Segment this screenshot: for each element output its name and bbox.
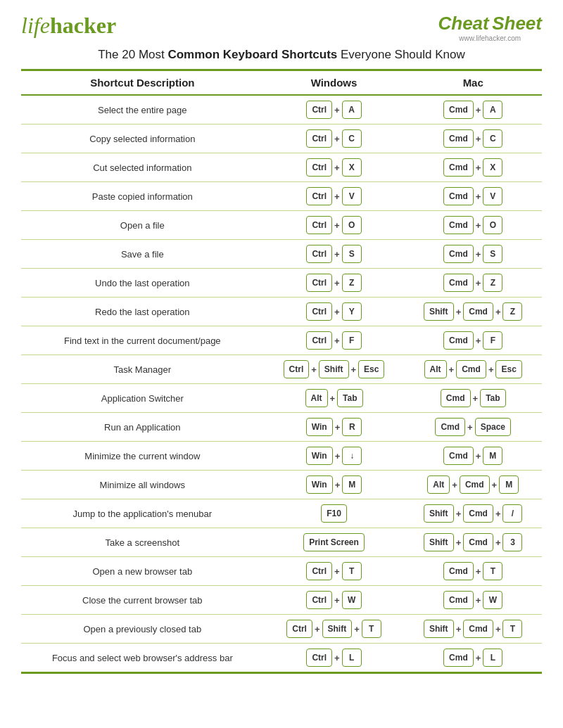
table-row: Copy selected informationCtrl+CCmd+C — [21, 124, 542, 153]
title-bold: Common Keyboard Shortcuts — [167, 48, 337, 61]
table-row: Redo the last operationCtrl+YShift+Cmd+Z — [21, 298, 542, 326]
windows-keys: Ctrl+Y — [264, 298, 405, 326]
shortcut-description: Minimize the current window — [21, 442, 264, 471]
table-row: Application SwitcherAlt+TabCmd+Tab — [21, 384, 542, 413]
mac-keys: Cmd+C — [404, 124, 542, 153]
windows-keys: Ctrl+C — [264, 124, 405, 153]
title-plain-start: The 20 Most — [98, 48, 167, 61]
mac-keys: Cmd+M — [404, 442, 542, 471]
shortcut-description: Application Switcher — [21, 384, 264, 413]
col-windows: Windows — [264, 71, 405, 95]
col-mac: Mac — [404, 71, 542, 95]
mac-keys: Cmd+V — [404, 182, 542, 211]
windows-keys: F10 — [264, 499, 405, 528]
windows-keys: Print Screen — [264, 528, 405, 557]
windows-keys: Ctrl+W — [264, 586, 405, 615]
windows-keys: Win+R — [264, 413, 405, 442]
table-row: Save a fileCtrl+SCmd+S — [21, 240, 542, 269]
sheet-label: Sheet — [492, 13, 542, 34]
logo-hacker: hacker — [50, 13, 116, 38]
mac-keys: Cmd+T — [404, 557, 542, 586]
shortcut-description: Open a new browser tab — [21, 557, 264, 586]
windows-keys: Ctrl+Z — [264, 269, 405, 298]
shortcut-description: Redo the last operation — [21, 298, 264, 326]
table-row: Focus and select web browser's address b… — [21, 644, 542, 672]
cheat-label: Cheat — [438, 13, 488, 34]
mac-keys: Shift+Cmd+3 — [404, 528, 542, 557]
mac-keys: Alt+Cmd+Esc — [404, 355, 542, 384]
windows-keys: Ctrl+O — [264, 211, 405, 240]
logo: lifehacker — [21, 13, 116, 39]
table-header: Shortcut Description Windows Mac — [21, 71, 542, 95]
shortcut-description: Save a file — [21, 240, 264, 269]
col-description: Shortcut Description — [21, 71, 264, 95]
shortcut-description: Copy selected information — [21, 124, 264, 153]
windows-keys: Alt+Tab — [264, 384, 405, 413]
bottom-border — [21, 672, 542, 674]
table-row: Minimize all windowsWin+MAlt+Cmd+M — [21, 471, 542, 499]
header: lifehacker Cheat Sheet www.lifehacker.co… — [21, 13, 542, 42]
shortcut-description: Find text in the current document/page — [21, 326, 264, 355]
shortcut-description: Task Manager — [21, 355, 264, 384]
shortcut-description: Run an Application — [21, 413, 264, 442]
table-row: Jump to the application's menubarF10Shif… — [21, 499, 542, 528]
mac-keys: Shift+Cmd+T — [404, 615, 542, 644]
windows-keys: Ctrl+X — [264, 153, 405, 182]
mac-keys: Shift+Cmd+/ — [404, 499, 542, 528]
shortcut-description: Close the current browser tab — [21, 586, 264, 615]
table-row: Task ManagerCtrl+Shift+EscAlt+Cmd+Esc — [21, 355, 542, 384]
mac-keys: Cmd+Tab — [404, 384, 542, 413]
shortcut-description: Jump to the application's menubar — [21, 499, 264, 528]
table-row: Select the entire pageCtrl+ACmd+A — [21, 95, 542, 124]
table-row: Open a new browser tabCtrl+TCmd+T — [21, 557, 542, 586]
windows-keys: Ctrl+Shift+T — [264, 615, 405, 644]
mac-keys: Cmd+Z — [404, 269, 542, 298]
windows-keys: Win+↓ — [264, 442, 405, 471]
mac-keys: Cmd+L — [404, 644, 542, 672]
mac-keys: Cmd+S — [404, 240, 542, 269]
page-title: The 20 Most Common Keyboard Shortcuts Ev… — [21, 48, 542, 62]
shortcut-description: Select the entire page — [21, 95, 264, 124]
shortcut-description: Cut selected information — [21, 153, 264, 182]
header-row: Shortcut Description Windows Mac — [21, 71, 542, 95]
table-row: Run an ApplicationWin+RCmd+Space — [21, 413, 542, 442]
table-body: Select the entire pageCtrl+ACmd+ACopy se… — [21, 95, 542, 672]
shortcut-description: Take a screenshot — [21, 528, 264, 557]
mac-keys: Cmd+Space — [404, 413, 542, 442]
mac-keys: Cmd+F — [404, 326, 542, 355]
windows-keys: Ctrl+F — [264, 326, 405, 355]
site-url: www.lifehacker.com — [438, 34, 542, 42]
shortcuts-table: Shortcut Description Windows Mac Select … — [21, 71, 542, 672]
title-plain-end: Everyone Should Know — [337, 48, 464, 61]
table-row: Open a fileCtrl+OCmd+O — [21, 211, 542, 240]
shortcut-description: Open a file — [21, 211, 264, 240]
table-row: Close the current browser tabCtrl+WCmd+W — [21, 586, 542, 615]
table-row: Undo the last operationCtrl+ZCmd+Z — [21, 269, 542, 298]
table-row: Open a previously closed tabCtrl+Shift+T… — [21, 615, 542, 644]
mac-keys: Cmd+O — [404, 211, 542, 240]
windows-keys: Ctrl+T — [264, 557, 405, 586]
cheat-sheet-title: Cheat Sheet — [438, 13, 542, 34]
table-row: Cut selected informationCtrl+XCmd+X — [21, 153, 542, 182]
windows-keys: Ctrl+S — [264, 240, 405, 269]
windows-keys: Ctrl+V — [264, 182, 405, 211]
table-row: Take a screenshotPrint ScreenShift+Cmd+3 — [21, 528, 542, 557]
windows-keys: Ctrl+Shift+Esc — [264, 355, 405, 384]
mac-keys: Alt+Cmd+M — [404, 471, 542, 499]
shortcut-description: Minimize all windows — [21, 471, 264, 499]
shortcut-description: Open a previously closed tab — [21, 615, 264, 644]
windows-keys: Win+M — [264, 471, 405, 499]
table-row: Find text in the current document/pageCt… — [21, 326, 542, 355]
mac-keys: Cmd+X — [404, 153, 542, 182]
cheat-sheet-badge: Cheat Sheet www.lifehacker.com — [438, 13, 542, 42]
shortcut-description: Undo the last operation — [21, 269, 264, 298]
windows-keys: Ctrl+L — [264, 644, 405, 672]
logo-life: life — [21, 13, 50, 38]
table-row: Paste copied informationCtrl+VCmd+V — [21, 182, 542, 211]
shortcut-description: Focus and select web browser's address b… — [21, 644, 264, 672]
mac-keys: Cmd+A — [404, 95, 542, 124]
windows-keys: Ctrl+A — [264, 95, 405, 124]
mac-keys: Shift+Cmd+Z — [404, 298, 542, 326]
mac-keys: Cmd+W — [404, 586, 542, 615]
table-row: Minimize the current windowWin+↓Cmd+M — [21, 442, 542, 471]
